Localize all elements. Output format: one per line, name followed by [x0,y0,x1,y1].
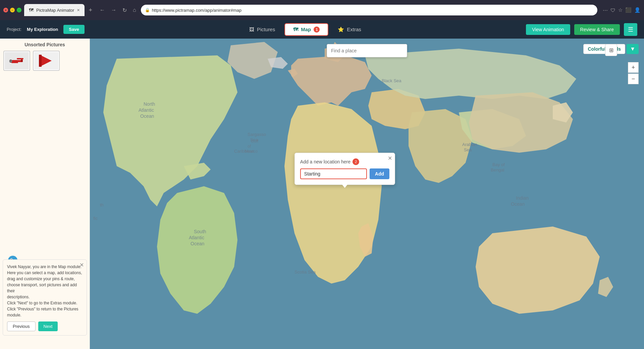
map-area[interactable]: North Atlantic Ocean South Atlantic Ocea… [90,39,644,349]
map-style-label: Colorful Lands [583,44,625,54]
address-bar[interactable]: 🔒 https://www.pictramap.com/app/animator… [141,5,597,15]
browser-chrome: ✕ − □ 🗺 PictraMap Animator ✕ + ← → ↻ ⌂ 🔒… [0,0,644,20]
tooltip-box: ✕ Vivek Nayyar, you are in the Map modul… [3,259,87,336]
home-button[interactable]: ⌂ [131,6,138,14]
popup-close-button[interactable]: ✕ [388,155,392,161]
pictures-icon: 🖼 [249,27,254,32]
svg-text:Ocean: Ocean [511,201,525,207]
pictures-grid [3,51,86,71]
project-label: Project: [7,27,21,32]
find-place-container [327,44,407,57]
extras-tab-label: Extras [347,27,361,32]
extras-icon: ⭐ [338,27,344,33]
svg-rect-3 [11,62,18,63]
map-icon: 🗺 [293,27,298,32]
browser-tab[interactable]: 🗺 PictraMap Animator ✕ [24,4,85,16]
main-layout: Unsorted Pictures [0,39,644,349]
map-style-dropdown-button[interactable]: ▼ [627,44,639,54]
svg-text:Bay of: Bay of [492,162,505,167]
svg-rect-5 [9,60,12,62]
nav-controls: ← → ↻ ⌂ [98,6,138,15]
project-name: My Exploration [27,27,58,32]
sidebar-title: Unsorted Pictures [3,42,86,47]
svg-text:Black Sea: Black Sea [382,78,401,83]
bookmarks-button[interactable]: ⋯ [603,7,608,13]
popup-input-row: Add [300,168,389,179]
popup-badge: 2 [353,158,359,165]
svg-rect-2 [17,58,23,59]
star-icon[interactable]: ☆ [618,7,623,13]
save-button[interactable]: Save [63,25,84,34]
view-animation-button[interactable]: View Animation [526,24,570,35]
red-shape-image [34,52,58,69]
airplane-image [5,52,29,69]
svg-text:Sea: Sea [464,147,472,152]
tooltip-actions: Previous Next [7,321,83,331]
review-share-button[interactable]: Review & Share [574,24,620,35]
svg-text:South: South [194,229,206,234]
fit-screen-button[interactable]: ⊞ [605,44,617,56]
window-min-btn[interactable]: − [10,8,15,12]
lock-icon: 🔒 [145,8,150,12]
window-max-btn[interactable]: □ [17,8,21,12]
next-button[interactable]: Next [38,321,58,331]
tooltip-message: Vivek Nayyar, you are in the Map module.… [7,264,83,318]
map-tab-badge: 1 [314,27,320,33]
svg-text:Gulf: Gulf [251,139,259,144]
svg-text:Ocean: Ocean [191,241,204,246]
svg-text:of: of [248,144,251,149]
svg-rect-6 [21,59,23,62]
svg-text:Atlantic: Atlantic [189,235,204,240]
svg-text:Scotia Sea: Scotia Sea [294,269,316,275]
svg-text:th: th [100,202,104,207]
zoom-controls: + − [628,62,639,84]
svg-text:Mexico: Mexico [245,149,258,154]
profile-icon[interactable]: 👤 [634,7,641,13]
browser-actions: ⋯ 🛡 ☆ ⬛ 👤 [603,7,641,13]
svg-text:Indian: Indian [516,195,529,201]
popup-arrow [342,185,347,188]
find-place-input[interactable] [327,44,407,57]
add-location-popup: ✕ Add a new location here 2 Add [294,153,395,185]
header-right: View Animation Review & Share ☰ [526,23,637,36]
menu-button[interactable]: ☰ [624,23,637,36]
zoom-in-button[interactable]: + [628,62,639,73]
popup-title-text: Add a new location here [300,159,351,164]
world-map: North Atlantic Ocean South Atlantic Ocea… [90,39,644,349]
location-name-input[interactable] [300,168,367,179]
refresh-button[interactable]: ↻ [120,6,129,15]
previous-button[interactable]: Previous [7,321,36,331]
tab-title: PictraMap Animator [36,8,74,13]
svg-text:Ocean: Ocean [140,113,154,119]
popup-title-row: Add a new location here 2 [300,158,389,165]
new-tab-button[interactable]: + [89,7,92,14]
svg-rect-9 [39,55,42,67]
sidebar: Unsorted Pictures [0,39,90,349]
header-tabs: 🖼 Pictures 🗺 Map 1 ⭐ Extras [90,23,521,36]
add-location-button[interactable]: Add [370,168,389,179]
forward-button[interactable]: → [109,6,118,14]
picture-thumb-2[interactable] [33,51,60,71]
tab-close-icon[interactable]: ✕ [77,8,80,12]
svg-text:North: North [144,101,155,107]
svg-text:Sargasso: Sargasso [248,132,266,137]
svg-text:Bengal: Bengal [491,167,504,172]
svg-rect-1 [11,60,22,62]
svg-text:fic: fic [93,216,98,221]
fit-screen-container: ⊞ [605,44,617,56]
zoom-out-button[interactable]: − [628,73,639,84]
svg-text:Arabian: Arabian [462,142,477,147]
window-close-btn[interactable]: ✕ [3,8,8,12]
back-button[interactable]: ← [98,6,107,14]
tab-pictures[interactable]: 🖼 Pictures [241,23,283,36]
picture-thumb-1[interactable] [3,51,30,71]
map-tab-label: Map [301,27,311,32]
pictures-tab-label: Pictures [257,27,275,32]
extensions-icon[interactable]: ⬛ [625,7,632,13]
tab-map[interactable]: 🗺 Map 1 [284,23,328,36]
shield-icon[interactable]: 🛡 [610,7,615,13]
tab-extras[interactable]: ⭐ Extras [330,23,369,36]
tooltip-close-button[interactable]: ✕ [79,262,84,268]
app-header: Project: My Exploration Save 🖼 Pictures … [0,20,644,39]
url-text: https://www.pictramap.com/app/animator#m… [152,8,593,13]
